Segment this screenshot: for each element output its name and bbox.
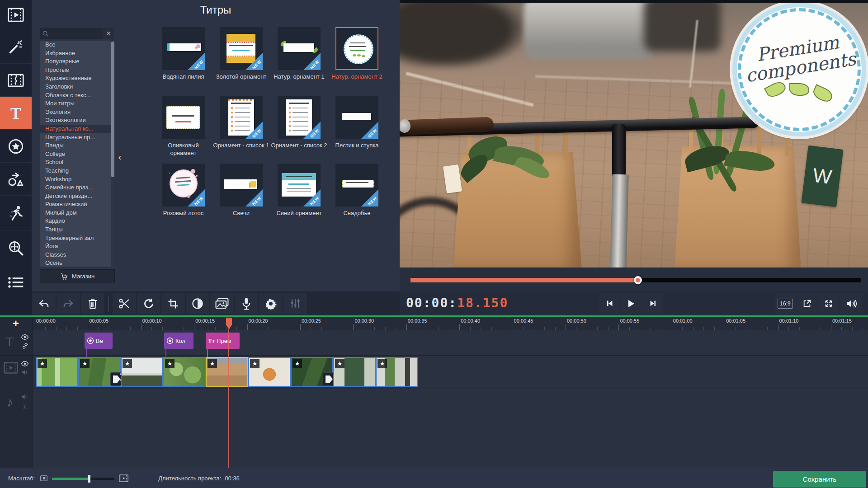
record-audio-button[interactable] [235,293,258,314]
category-item[interactable]: Детские праздн... [40,192,114,201]
category-item[interactable]: Художественные [40,74,114,83]
next-frame-button[interactable] [642,293,663,314]
audio-track-unlink-icon[interactable]: ✂ [20,404,28,410]
category-item[interactable]: Мои титры [40,99,114,108]
category-item[interactable]: Семейные праз... [40,183,114,192]
title-track-visibility-icon[interactable] [21,334,29,340]
title-track-link-icon[interactable] [22,343,28,349]
category-item[interactable]: Панды [40,141,114,150]
detach-preview-button[interactable] [797,293,817,314]
video-track-mute-icon[interactable] [21,369,29,375]
title-style-tile[interactable]: NEW Золотой орнамент [220,27,263,80]
sidebar-item-pan-zoom[interactable] [0,230,32,265]
video-clip-sky-tree[interactable]: ★ [121,357,163,387]
category-item[interactable]: Простые [40,66,114,75]
delete-button[interactable] [81,293,104,314]
seekbar-handle[interactable] [634,276,642,284]
title-style-tile[interactable]: NEW Пестик и ступка [335,96,378,149]
title-style-tile[interactable]: NEW Синий орнамент [278,164,321,217]
title-style-tile[interactable]: NEW Натур. орнамент 1 [278,27,321,80]
title-style-tile[interactable]: NEW Орнамент - список 2 [278,96,321,149]
audio-track-mute-icon[interactable] [21,394,28,400]
sidebar-item-media-import[interactable] [0,0,32,30]
video-clip-person-leaf[interactable]: ★ [333,357,376,387]
category-item[interactable]: Романтический [40,200,114,209]
title-style-tile[interactable]: NEW Водяная лилия [162,27,205,80]
title-style-thumbnail: NEW [335,96,378,139]
sidebar-item-filters[interactable] [0,30,32,64]
add-track-button[interactable]: + [0,317,32,330]
category-item[interactable]: Classes [40,251,114,259]
video-clip-green-bokeh[interactable]: ★ [163,357,206,387]
category-item[interactable]: Избранное [40,49,114,58]
sidebar-item-transitions[interactable] [0,63,32,97]
sidebar-item-callouts[interactable] [0,162,32,196]
timeline-zoom-handle[interactable] [88,475,90,483]
aspect-ratio-button[interactable]: 16:9 [775,293,796,314]
category-item[interactable]: Все [40,41,114,49]
search-clear-icon[interactable]: ✕ [103,28,114,39]
sidebar-item-titles[interactable]: T [0,96,32,130]
video-clip-seedlings[interactable]: ★ [36,357,78,387]
category-item[interactable]: Натуральные пр... [40,133,114,142]
video-clip-salad-bowl[interactable]: ★ [248,357,291,387]
zoom-in-film-icon[interactable] [119,474,128,482]
title-clip[interactable]: TтПрем [206,333,240,349]
audio-properties-button[interactable] [283,293,307,314]
title-style-tile[interactable]: NEW Снадобье [335,164,378,217]
title-overlay-leaves [766,83,833,100]
collapse-panel-chevron-icon[interactable]: ‹ [115,149,124,164]
title-style-tile[interactable]: NEW Свечи [220,164,263,217]
category-item[interactable]: Teaching [40,167,114,175]
category-item[interactable]: Йога [40,242,114,251]
title-style-tile[interactable]: Оливковый орнамент [162,96,205,157]
category-item[interactable]: Милый дом [40,209,114,217]
rotate-button[interactable] [137,293,160,314]
crop-button[interactable] [161,293,185,314]
category-item[interactable]: School [40,158,114,167]
overlay-button[interactable] [210,293,234,314]
category-item[interactable]: Экология [40,108,114,117]
title-overlay-badge[interactable]: Premium components [732,3,866,136]
video-clip-paper-bags[interactable]: ★ [206,357,248,387]
store-button[interactable]: Магазин [40,269,115,283]
video-clip-potted-plant[interactable]: ★ [376,357,418,387]
redo-button[interactable] [57,293,80,314]
category-item[interactable]: Workshop [40,175,114,184]
category-item[interactable]: Тренажерный зал [40,234,114,243]
search-input[interactable] [51,30,103,37]
category-scrollbar[interactable] [111,41,114,267]
clip-properties-button[interactable] [259,293,283,314]
category-item[interactable]: Натуральная ко... [40,125,114,133]
sticker-clip[interactable]: Кол [164,333,193,349]
video-track-visibility-icon[interactable] [21,361,29,366]
title-style-tile[interactable]: NEW Орнамент - список 1 [220,96,263,149]
sidebar-item-more-tools[interactable] [0,265,32,299]
save-button[interactable]: Сохранить [773,471,866,488]
split-button[interactable] [113,293,136,314]
sidebar-item-stickers[interactable] [0,129,32,163]
category-item[interactable]: Кардио [40,217,114,225]
title-style-tile[interactable]: Натур. орнамент 2 [335,27,378,80]
previous-frame-button[interactable] [599,293,620,314]
category-item[interactable]: Популярные [40,57,114,66]
play-button[interactable] [621,293,642,314]
sidebar-item-animation[interactable] [0,195,32,230]
fullscreen-button[interactable] [818,293,839,314]
category-item[interactable]: Заголовки [40,83,114,91]
category-item[interactable]: Экотехнологии [40,116,114,125]
sticker-clip[interactable]: Ве [85,333,113,349]
timeline-ruler[interactable]: 00:00:0000:00:0500:00:1000:00:1500:00:20… [33,317,868,330]
undo-button[interactable] [32,293,56,314]
category-item[interactable]: College [40,150,114,159]
seekbar[interactable] [410,278,861,282]
zoom-out-film-icon[interactable] [40,475,47,481]
color-adjustments-button[interactable] [186,293,209,314]
category-item[interactable]: Облачка с текс... [40,91,114,100]
category-item[interactable]: Осень [40,259,114,267]
tool-sidebar: T [0,0,32,317]
title-style-tile[interactable]: NEW Розовый лотос [162,164,205,217]
category-item[interactable]: Танцы [40,225,114,234]
timeline-zoom-slider[interactable] [52,475,114,482]
volume-button[interactable] [840,293,863,314]
